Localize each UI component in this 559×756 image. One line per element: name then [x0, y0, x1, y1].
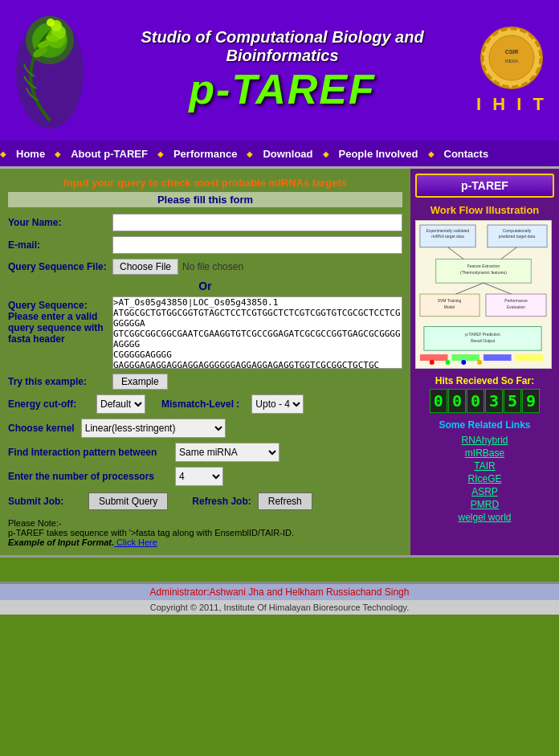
- name-input[interactable]: [112, 214, 402, 231]
- choose-file-button[interactable]: Choose File: [112, 259, 178, 275]
- digit-4: 3: [485, 389, 503, 413]
- svg-point-43: [446, 360, 451, 365]
- footer-copy: Copyright © 2011, Institute Of Himalayan…: [0, 600, 559, 615]
- header-main-title: p-TAREF: [189, 65, 376, 113]
- query-seq-row: Query Sequence: Please enter a valid que…: [8, 296, 402, 369]
- svg-text:predicted target data: predicted target data: [499, 235, 536, 239]
- fern-logo: [12, 8, 88, 133]
- note-link[interactable]: Click Here: [114, 537, 157, 547]
- email-row: E-mail:: [8, 236, 402, 254]
- example-button[interactable]: Example: [112, 374, 168, 390]
- nav-diamond-4: ◆: [247, 149, 253, 158]
- nav-about[interactable]: About p-TAREF: [61, 148, 157, 160]
- hits-title: Hits Recieved So Far:: [415, 375, 554, 386]
- submit-label: Submit Job:: [8, 496, 88, 507]
- nav-contacts[interactable]: Contacts: [435, 148, 499, 160]
- svg-text:Computationally: Computationally: [503, 229, 532, 233]
- file-input-wrapper: Choose File No file chosen: [112, 259, 243, 275]
- digit-2: 0: [448, 389, 466, 413]
- svg-text:Evaluation: Evaluation: [507, 305, 525, 309]
- interaction-row: Find Interaction pattern between Same mi…: [8, 443, 402, 462]
- svg-text:miRNA target data: miRNA target data: [431, 235, 464, 239]
- related-title: Some Related Links: [415, 419, 554, 431]
- digit-1: 0: [430, 389, 447, 413]
- svg-point-6: [47, 18, 55, 27]
- energy-label: Energy cut-off:: [8, 398, 88, 410]
- mismatch-label: Mismatch-Level :: [161, 398, 239, 410]
- header-right: CSIR INDIA I H I T: [476, 26, 547, 115]
- digit-5: 5: [504, 389, 521, 413]
- main-container: Input your query to check most probable …: [0, 169, 559, 555]
- svg-text:Model: Model: [444, 305, 455, 309]
- submit-row: Submit Job: Submit Query Refresh Job: Re…: [8, 492, 402, 510]
- file-row: Query Sequence File: Choose File No file…: [8, 259, 402, 275]
- interaction-label: Find Interaction pattern between: [8, 447, 169, 458]
- svg-rect-38: [420, 354, 448, 361]
- energy-row: Energy cut-off: Default High Low Mismatc…: [8, 394, 402, 414]
- note-line1: Please Note:-: [8, 518, 402, 528]
- hits-counter: 0 0 0 3 5 9: [415, 389, 554, 413]
- footer-admin: Administrator:Ashwani Jha and Helkham Ru…: [0, 584, 559, 600]
- svg-point-11: [489, 35, 534, 80]
- form-panel: Input your query to check most probable …: [0, 169, 410, 555]
- svg-text:Result Output: Result Output: [471, 339, 496, 343]
- header-title-block: Studio of Computational Biology and Bioi…: [88, 28, 476, 113]
- nav-home[interactable]: Home: [6, 148, 55, 160]
- form-subtitle: Please fill this form: [8, 192, 402, 207]
- link-welgel[interactable]: welgel world: [458, 512, 511, 523]
- nav-diamond-5: ◆: [323, 149, 329, 158]
- admin-text: Administrator:Ashwani Jha and Helkham Ru…: [150, 586, 410, 598]
- submit-button[interactable]: Submit Query: [88, 492, 168, 510]
- digit-3: 0: [467, 389, 484, 413]
- svg-text:Performance: Performance: [504, 299, 528, 303]
- mismatch-select[interactable]: Upto - 1 Upto - 2 Upto - 3 Upto - 4 Upto…: [251, 394, 304, 414]
- link-pmrd[interactable]: PMRD: [471, 499, 499, 510]
- csir-logo: CSIR INDIA: [479, 26, 544, 90]
- header-subtitle: Studio of Computational Biology and Bioi…: [88, 28, 476, 65]
- svg-text:SVM Training: SVM Training: [438, 299, 462, 303]
- note-format: Example of Input Format. Click Here: [8, 537, 402, 547]
- file-label: Query Sequence File:: [8, 261, 112, 272]
- ptaref-badge: p-TAREF: [415, 174, 554, 198]
- example-row: Try this example: Example: [8, 374, 402, 390]
- processors-label: Enter the number of processors: [8, 471, 169, 482]
- workflow-title: Work Flow Illustration: [415, 204, 554, 216]
- nav-diamond-6: ◆: [428, 149, 435, 158]
- navbar: ◆ Home ◆ About p-TAREF ◆ Performance ◆ D…: [0, 141, 559, 166]
- svg-rect-39: [451, 354, 479, 361]
- link-tair[interactable]: TAIR: [474, 460, 495, 472]
- query-seq-label: Query Sequence: Please enter a valid que…: [8, 296, 112, 345]
- link-ricege[interactable]: RIceGE: [467, 473, 501, 484]
- name-label: Your Name:: [8, 217, 112, 228]
- kernel-select[interactable]: Linear(less-stringent) RBF(more-stringen…: [81, 419, 226, 438]
- workflow-image: Experimentally validated miRNA target da…: [415, 220, 552, 369]
- refresh-button[interactable]: Refresh: [258, 492, 312, 510]
- right-panel: p-TAREF Work Flow Illustration Experimen…: [410, 169, 559, 555]
- form-title: Input your query to check most probable …: [8, 177, 402, 189]
- query-seq-textarea[interactable]: >AT_Os05g43850|LOC_Os05g43850.1 ATGGCGCT…: [112, 296, 402, 369]
- nav-diamond-2: ◆: [55, 149, 61, 158]
- nav-people[interactable]: People Involved: [329, 148, 428, 160]
- or-divider: Or: [8, 280, 402, 292]
- kernel-label: Choose kernel: [8, 423, 75, 434]
- svg-text:CSIR: CSIR: [505, 49, 519, 55]
- nav-performance[interactable]: Performance: [164, 148, 247, 160]
- copy-text: Copyright © 2011, Institute Of Himalayan…: [150, 603, 410, 612]
- processors-row: Enter the number of processors 1 2 4 8: [8, 467, 402, 486]
- svg-text:Feature Extraction: Feature Extraction: [467, 264, 500, 268]
- link-rnahybrid[interactable]: RNAhybrid: [461, 435, 508, 446]
- processors-select[interactable]: 1 2 4 8: [175, 467, 223, 486]
- digit-6: 9: [522, 389, 540, 413]
- link-asrp[interactable]: ASRP: [471, 486, 498, 497]
- no-file-text: No file chosen: [182, 261, 243, 272]
- interaction-select[interactable]: Same miRNA Different miRNA: [175, 443, 280, 462]
- energy-select[interactable]: Default High Low: [96, 394, 145, 414]
- svg-rect-40: [484, 354, 512, 361]
- name-row: Your Name:: [8, 214, 402, 231]
- svg-point-44: [461, 360, 466, 365]
- link-mirbase[interactable]: mIRBase: [465, 447, 504, 459]
- email-input[interactable]: [112, 236, 402, 254]
- related-links: RNAhybrid mIRBase TAIR RIceGE ASRP PMRD …: [415, 435, 554, 523]
- header: Studio of Computational Biology and Bioi…: [0, 0, 559, 141]
- nav-download[interactable]: Download: [253, 148, 322, 160]
